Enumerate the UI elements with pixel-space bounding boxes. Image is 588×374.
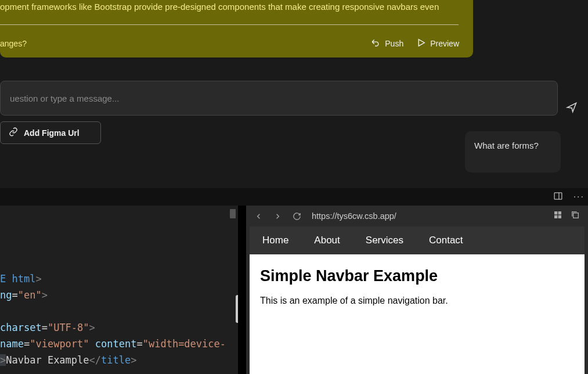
ai-response-banner: opment frameworks like Bootstrap provide… <box>0 0 473 57</box>
suggestion-text: What are forms? <box>474 141 539 150</box>
example-navbar: Home About Services Contact <box>250 226 585 254</box>
pane-divider[interactable] <box>238 206 246 374</box>
push-label: Push <box>385 39 403 48</box>
split-layout-icon[interactable] <box>553 191 563 203</box>
figma-button-label: Add Figma Url <box>24 128 80 138</box>
send-button[interactable] <box>566 102 578 116</box>
banner-divider <box>0 24 459 25</box>
chat-input[interactable] <box>0 81 558 116</box>
banner-text: opment frameworks like Bootstrap provide… <box>0 0 473 24</box>
reload-icon[interactable] <box>293 212 301 221</box>
minimap[interactable] <box>230 209 236 218</box>
nav-link-contact[interactable]: Contact <box>429 235 463 246</box>
preview-label: Preview <box>430 39 459 48</box>
play-icon <box>416 38 426 49</box>
svg-rect-7 <box>573 213 579 218</box>
undo-icon <box>371 38 381 49</box>
preview-pane: https://tys6cw.csb.app/ Home About Servi… <box>246 206 588 374</box>
back-icon[interactable] <box>254 212 263 221</box>
preview-button[interactable]: Preview <box>416 38 459 49</box>
svg-rect-5 <box>554 215 557 218</box>
nav-link-services[interactable]: Services <box>366 235 403 246</box>
nav-link-home[interactable]: Home <box>262 235 288 246</box>
svg-rect-1 <box>554 192 562 199</box>
push-button[interactable]: Push <box>371 38 403 49</box>
open-window-icon[interactable] <box>571 210 580 222</box>
code-editor[interactable]: E html> ng="en"> charset="UTF-8"> name="… <box>0 206 238 374</box>
svg-marker-0 <box>419 39 424 46</box>
rendered-page: Home About Services Contact Simple Navba… <box>250 226 585 374</box>
page-paragraph: This is an example of a simple navigatio… <box>260 296 574 306</box>
banner-question-fragment: anges? <box>0 39 27 48</box>
svg-rect-4 <box>558 211 561 214</box>
add-figma-url-button[interactable]: Add Figma Url <box>0 121 101 144</box>
more-icon[interactable]: ··· <box>573 192 585 202</box>
preview-url-bar: https://tys6cw.csb.app/ <box>246 206 588 226</box>
page-heading: Simple Navbar Example <box>260 267 574 285</box>
svg-rect-6 <box>558 215 561 218</box>
nav-link-about[interactable]: About <box>314 235 340 246</box>
forward-icon[interactable] <box>273 212 282 221</box>
svg-rect-3 <box>554 211 557 214</box>
pane-toolbar: ··· <box>0 188 588 206</box>
preview-url[interactable]: https://tys6cw.csb.app/ <box>312 211 543 221</box>
link-icon <box>9 127 18 138</box>
scrollbar-thumb[interactable] <box>236 295 238 323</box>
codesandbox-icon[interactable] <box>553 210 562 222</box>
suggestion-chip[interactable]: What are forms? <box>465 131 561 172</box>
